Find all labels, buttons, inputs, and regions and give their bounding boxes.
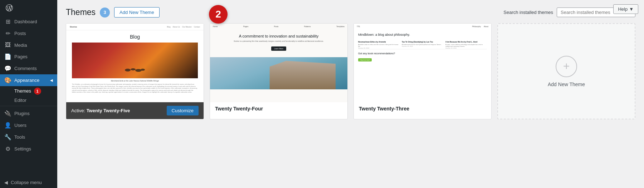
t25-nav-links: Blog About Us Our Mission Contact [167, 26, 200, 28]
theme-preview-t24: Home Pages Posts Patterns Templates A co… [210, 24, 347, 102]
t23-col-1: Nicomachean Ethics by Aristotle Aristotl… [358, 41, 400, 49]
appearance-icon: 🎨 [4, 77, 11, 84]
themes-label: Themes [14, 88, 31, 94]
t24-hero: A commitment to innovation and sustainab… [210, 29, 347, 57]
sidebar: ⊞ Dashboard ✏ Posts 🖼 Media 📄 Pages 💬 Co… [0, 0, 57, 188]
help-button[interactable]: Help ▼ [613, 4, 638, 14]
top-bar-left: Themes 3 Add New Theme [66, 7, 160, 18]
theme-card-twenty-twenty-five[interactable]: Stories Blog About Us Our Mission Contac… [66, 23, 204, 119]
theme-card-twenty-twenty-four[interactable]: Home Pages Posts Patterns Templates A co… [210, 23, 348, 119]
t25-body: Blog Marshland birds at the Lake Havasu … [66, 30, 204, 97]
dashboard-icon: ⊞ [4, 18, 11, 25]
step-badge: 2 [209, 5, 228, 24]
add-new-theme-card[interactable]: + Add New Theme [497, 23, 635, 119]
search-label: Search installed themes [503, 10, 553, 15]
t25-brand: Stories [70, 26, 77, 28]
sidebar-item-media[interactable]: 🖼 Media [0, 39, 57, 51]
t24-nav: Home Pages Posts Patterns Templates [210, 24, 347, 29]
t24-building-shape [262, 61, 344, 89]
settings-icon: ⚙ [4, 145, 11, 152]
sidebar-item-plugins[interactable]: 🔌 Plugins [0, 108, 57, 119]
svg-point-0 [125, 69, 131, 71]
t25-blog-title: Blog [72, 34, 198, 40]
collapse-menu-button[interactable]: ◀ Collapse menu [0, 177, 57, 188]
theme-preview-t25: Stories Blog About Us Our Mission Contac… [66, 24, 204, 102]
sidebar-item-label: Posts [14, 31, 26, 36]
collapse-label: Collapse menu [11, 180, 42, 185]
t25-image [72, 43, 198, 78]
t23-nav: TTE Philosophy About [354, 24, 491, 29]
add-new-theme-button[interactable]: Add New Theme [114, 7, 160, 18]
collapse-arrow-icon: ◀ [4, 180, 8, 185]
sidebar-item-label: Settings [14, 146, 31, 152]
tools-icon: 🔧 [4, 134, 11, 140]
t23-col-3: I Am Because We Are by Fred L. Hord A ma… [445, 41, 487, 49]
help-label: Help [618, 6, 628, 12]
sidebar-item-label: Users [14, 123, 26, 128]
help-chevron-icon: ▼ [629, 6, 634, 12]
sidebar-item-settings[interactable]: ⚙ Settings [0, 143, 57, 155]
plugins-icon: 🔌 [4, 110, 11, 117]
sidebar-item-posts[interactable]: ✏ Posts [0, 28, 57, 39]
sidebar-sub-themes[interactable]: Themes 1 [0, 86, 57, 96]
sidebar-item-label: Appearance [14, 78, 39, 83]
sidebar-item-label: Tools [14, 134, 25, 140]
svg-point-3 [141, 69, 145, 71]
sidebar-sub-editor[interactable]: Editor [0, 96, 57, 104]
posts-icon: ✏ [4, 30, 11, 37]
sidebar-item-comments[interactable]: 💬 Comments [0, 63, 57, 74]
media-icon: 🖼 [4, 42, 11, 48]
t24-image [210, 57, 347, 89]
sidebar-item-tools[interactable]: 🔧 Tools [0, 131, 57, 143]
t23-col-2: Tao Te Ching (Daodejing) by Lao Tzu A fu… [402, 41, 443, 49]
t24-hero-title: A commitment to innovation and sustainab… [216, 34, 342, 39]
sidebar-item-label: Plugins [14, 111, 30, 116]
active-theme-label: Active: Twenty Twenty-Five [71, 108, 130, 113]
editor-label: Editor [14, 98, 26, 103]
sidebar-item-pages[interactable]: 📄 Pages [0, 51, 57, 63]
t24-learn-more-btn: Learn More [271, 46, 286, 51]
sidebar-divider [0, 106, 57, 106]
sidebar-item-label: Dashboard [14, 19, 37, 24]
theme-card-twenty-twenty-three[interactable]: TTE Philosophy About Mindblown: a blog a… [353, 23, 492, 119]
theme-count-badge: 3 [100, 8, 110, 18]
wp-logo[interactable] [0, 0, 57, 16]
themes-badge: 1 [34, 88, 41, 95]
comments-icon: 💬 [4, 65, 11, 72]
t25-caption: Marshland birds at the Lake Havasu Natio… [72, 80, 198, 82]
sidebar-item-label: Pages [14, 54, 28, 59]
t23-grid: Nicomachean Ethics by Aristotle Aristotl… [354, 41, 491, 49]
sidebar-item-users[interactable]: 👤 Users [0, 119, 57, 131]
main-content: Help ▼ 2 Themes 3 Add New Theme Search i… [57, 0, 644, 188]
users-icon: 👤 [4, 122, 11, 129]
pages-icon: 📄 [4, 53, 11, 60]
sidebar-item-label: Comments [14, 66, 37, 71]
top-bar: Themes 3 Add New Theme Search installed … [66, 7, 635, 18]
theme-name-t24: Twenty Twenty-Four [210, 102, 347, 115]
theme-footer-active: Active: Twenty Twenty-Five Customize [66, 102, 204, 119]
themes-grid: Stories Blog About Us Our Mission Contac… [66, 23, 635, 119]
customize-button[interactable]: Customize [167, 106, 199, 115]
t23-section: Got any book recommendations? Say it out… [354, 49, 491, 64]
svg-point-1 [131, 68, 136, 70]
add-plus-icon: + [556, 56, 577, 77]
t25-text: The Schultes, an underwater photographer… [72, 83, 198, 93]
sidebar-item-dashboard[interactable]: ⊞ Dashboard [0, 16, 57, 28]
theme-name-t23: Twenty Twenty-Three [354, 102, 491, 115]
theme-preview-t23: TTE Philosophy About Mindblown: a blog a… [354, 24, 491, 102]
page-title: Themes [66, 8, 96, 18]
t24-hero-sub: Evolve is a pioneering firm that seamles… [216, 40, 342, 42]
sidebar-item-appearance[interactable]: 🎨 Appearance ◀ [0, 74, 57, 86]
add-new-label: Add New Theme [548, 81, 585, 87]
t25-nav: Stories Blog About Us Our Mission Contac… [66, 24, 204, 30]
sidebar-item-label: Media [14, 43, 27, 48]
t23-main-title: Mindblown: a blog about philosophy. [354, 29, 491, 41]
